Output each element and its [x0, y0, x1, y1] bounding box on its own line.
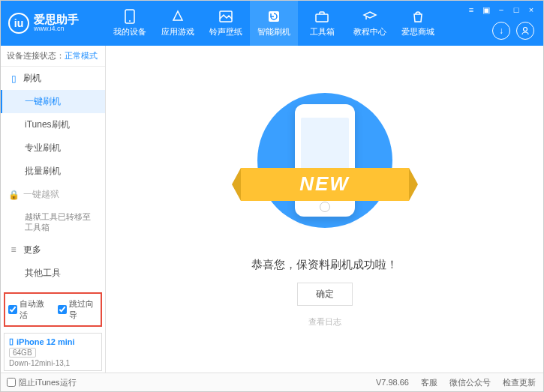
main-content: NEW 恭喜您，保资料刷机成功啦！ 确定 查看日志: [106, 46, 543, 374]
nav-label: 铃声壁纸: [209, 26, 242, 37]
minimize-button[interactable]: −: [495, 4, 507, 16]
nav-label: 智能刷机: [257, 26, 290, 37]
sidebar-flash[interactable]: ▯ 刷机: [1, 67, 105, 90]
sidebar-jailbreak[interactable]: 🔒 一键越狱: [1, 183, 105, 206]
device-model: Down-12mini-13,1: [9, 359, 97, 367]
logo-icon: iu: [8, 13, 29, 34]
nav-smart-flash[interactable]: 智能刷机: [250, 1, 298, 46]
check-update-link[interactable]: 检查更新: [503, 377, 536, 388]
sidebar-label: 刷机: [23, 72, 41, 85]
wallpaper-icon: [218, 9, 233, 24]
sidebar-other-tools[interactable]: 其他工具: [1, 262, 105, 285]
nav-label: 应用游戏: [161, 26, 194, 37]
sidebar-label: 更多: [23, 244, 41, 256]
nav-my-device[interactable]: 我的设备: [106, 1, 154, 46]
confirm-button[interactable]: 确定: [297, 283, 353, 306]
nav-label: 教程中心: [353, 26, 386, 37]
connection-status: 设备连接状态：正常模式: [1, 46, 105, 67]
logo-area: iu 爱思助手 www.i4.cn: [1, 13, 106, 34]
block-itunes-checkbox[interactable]: 阻止iTunes运行: [1, 377, 77, 388]
sidebar-label: 一键越狱: [23, 188, 59, 201]
menu-icon[interactable]: ≡: [465, 4, 477, 16]
flash-icon: [266, 9, 281, 24]
phone-icon: ▯: [8, 73, 19, 84]
device-name: iPhone 12 mini: [17, 337, 75, 346]
options-highlighted-box: 自动激活 跳过向导: [4, 292, 102, 327]
success-illustration: NEW: [250, 93, 400, 243]
sidebar-itunes-flash[interactable]: iTunes刷机: [1, 113, 105, 136]
view-log-link[interactable]: 查看日志: [308, 316, 341, 328]
wechat-link[interactable]: 微信公众号: [449, 377, 491, 388]
skip-guide-checkbox[interactable]: 跳过向导: [58, 298, 98, 321]
toolbox-icon: [314, 9, 329, 24]
sidebar-download-firmware[interactable]: 下载固件: [1, 285, 105, 289]
phone-icon: ▯: [9, 337, 14, 346]
auto-activate-checkbox[interactable]: 自动激活: [8, 298, 49, 321]
user-button[interactable]: [516, 22, 534, 40]
device-icon: [122, 9, 137, 24]
apps-icon: [170, 9, 185, 24]
checkbox-label: 自动激活: [20, 298, 49, 321]
sidebar-batch-flash[interactable]: 批量刷机: [1, 160, 105, 183]
success-message: 恭喜您，保资料刷机成功啦！: [251, 258, 398, 272]
tutorial-icon: [362, 9, 377, 24]
jailbreak-note: 越狱工具已转移至工具箱: [1, 206, 105, 238]
version-label: V7.98.66: [376, 378, 409, 387]
checkbox-label: 跳过向导: [69, 298, 98, 321]
sidebar: 设备连接状态：正常模式 ▯ 刷机 一键刷机 iTunes刷机 专业刷机 批量刷机…: [1, 46, 106, 374]
checkbox-label: 阻止iTunes运行: [19, 377, 77, 388]
nav-label: 我的设备: [113, 26, 146, 37]
app-header: iu 爱思助手 www.i4.cn 我的设备 应用游戏 铃声壁纸 智能刷机 工具…: [1, 1, 543, 46]
lock-icon: 🔒: [8, 190, 19, 200]
status-value: 正常模式: [65, 51, 98, 60]
nav-tutorials[interactable]: 教程中心: [346, 1, 394, 46]
sidebar-pro-flash[interactable]: 专业刷机: [1, 136, 105, 160]
device-storage: 64GB: [9, 348, 36, 358]
app-title: 爱思助手: [34, 13, 79, 26]
status-label: 设备连接状态：: [7, 51, 65, 60]
nav-toolbox[interactable]: 工具箱: [298, 1, 346, 46]
svg-point-5: [524, 28, 527, 31]
more-icon: ≡: [8, 244, 19, 255]
window-controls: ≡ ▣ − □ ×: [465, 4, 537, 16]
download-button[interactable]: ↓: [492, 22, 510, 40]
nav-ringtones[interactable]: 铃声壁纸: [202, 1, 250, 46]
customer-service-link[interactable]: 客服: [421, 377, 437, 388]
nav-label: 工具箱: [310, 26, 335, 37]
footer: 阻止iTunes运行 V7.98.66 客服 微信公众号 检查更新: [1, 373, 543, 391]
svg-point-1: [129, 20, 131, 22]
sidebar-more[interactable]: ≡ 更多: [1, 238, 105, 262]
nav-apps[interactable]: 应用游戏: [154, 1, 202, 46]
device-card[interactable]: ▯iPhone 12 mini 64GB Down-12mini-13,1: [4, 333, 102, 371]
store-icon: [410, 9, 425, 24]
nav-label: 爱思商城: [401, 26, 434, 37]
close-button[interactable]: ×: [525, 4, 537, 16]
nav-store[interactable]: 爱思商城: [394, 1, 442, 46]
maximize-button[interactable]: □: [510, 4, 522, 16]
app-url: www.i4.cn: [34, 25, 79, 33]
svg-rect-4: [316, 14, 328, 22]
skin-icon[interactable]: ▣: [480, 4, 492, 16]
new-ribbon: NEW: [241, 168, 409, 201]
sidebar-one-click-flash[interactable]: 一键刷机: [1, 90, 105, 113]
